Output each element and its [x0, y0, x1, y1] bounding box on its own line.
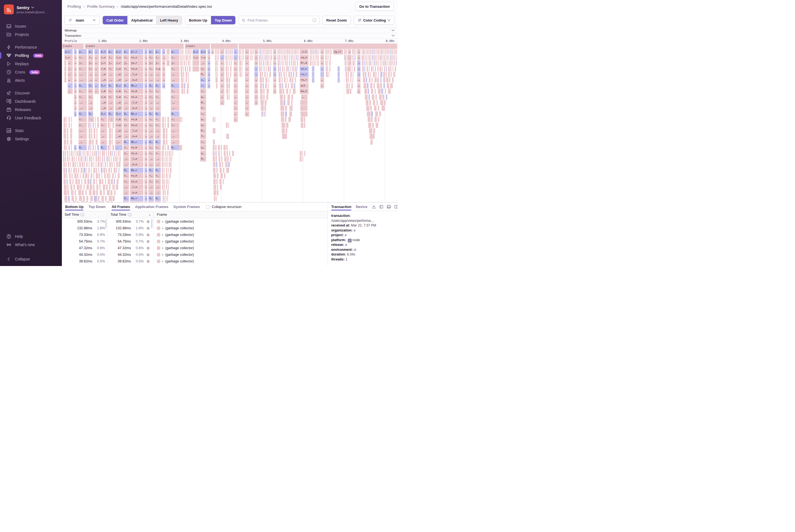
flame-frame[interactable]: O…	[155, 196, 161, 201]
flame-frame[interactable]: …	[245, 94, 249, 100]
flame-frame[interactable]	[325, 55, 326, 60]
flame-frame[interactable]: …	[74, 49, 77, 54]
flame-frame[interactable]	[289, 77, 292, 82]
frame-header[interactable]: Frame	[154, 213, 328, 216]
flame-frame[interactable]: O…>	[100, 111, 107, 117]
flame-frame[interactable]: ba…1	[300, 89, 308, 94]
flame-frame[interactable]	[372, 94, 374, 100]
flame-frame[interactable]	[389, 77, 390, 82]
flame-frame[interactable]	[81, 179, 82, 184]
flame-frame[interactable]	[291, 55, 292, 60]
flame-frame[interactable]	[266, 94, 268, 100]
gear-icon[interactable]: ⚙	[145, 240, 151, 244]
flame-frame[interactable]	[216, 168, 218, 173]
flame-frame[interactable]	[349, 55, 350, 60]
flame-frame[interactable]	[68, 196, 70, 201]
flame-frame[interactable]	[75, 196, 77, 201]
frame-cell[interactable]: ›(garbage collector)	[154, 218, 328, 225]
flame-frame[interactable]	[312, 66, 314, 72]
flame-frame[interactable]	[371, 89, 373, 94]
flame-frame[interactable]: _…	[155, 72, 161, 77]
flame-frame[interactable]	[231, 60, 232, 66]
flame-frame[interactable]	[228, 162, 230, 167]
flame-frame[interactable]: r…s	[64, 55, 73, 60]
flame-frame[interactable]	[265, 55, 266, 60]
flame-frame[interactable]: O…	[123, 139, 129, 145]
flame-frame[interactable]	[277, 49, 278, 54]
flame-frame[interactable]: …	[234, 60, 238, 66]
flame-frame[interactable]	[89, 162, 90, 167]
flame-frame[interactable]: …	[145, 66, 147, 72]
sidebar-item-crons[interactable]: Cronsbeta	[0, 68, 62, 76]
flame-frame[interactable]	[253, 49, 253, 54]
flame-frame[interactable]: r…	[155, 173, 161, 178]
flame-frame[interactable]	[165, 145, 166, 150]
flame-frame[interactable]: _e…e	[130, 77, 144, 82]
flame-frame[interactable]: O…	[148, 196, 154, 201]
flame-frame[interactable]	[377, 77, 379, 82]
flame-frame[interactable]	[93, 179, 95, 184]
flame-frame[interactable]: r…e	[115, 122, 122, 128]
flame-frame[interactable]	[215, 60, 216, 66]
flame-frame[interactable]	[396, 55, 397, 60]
flame-frame[interactable]	[190, 49, 191, 54]
flame-frame[interactable]	[286, 66, 287, 72]
flame-frame[interactable]	[283, 49, 284, 54]
gear-icon[interactable]: ⚙	[145, 246, 151, 250]
flame-frame[interactable]	[162, 179, 164, 184]
flame-frame[interactable]: …	[254, 49, 258, 54]
total-time-header[interactable]: Total Time ? ↓	[108, 211, 154, 218]
flame-frame[interactable]: …	[254, 55, 258, 60]
flame-frame[interactable]	[365, 72, 366, 77]
flame-frame[interactable]	[353, 72, 354, 77]
flame-frame[interactable]: (root)	[85, 44, 184, 49]
flame-frame[interactable]	[383, 49, 384, 54]
flame-frame[interactable]	[305, 100, 307, 105]
flame-frame[interactable]	[63, 151, 64, 156]
flame-frame[interactable]	[105, 196, 106, 201]
flame-frame[interactable]	[63, 168, 65, 173]
flame-frame[interactable]	[267, 89, 269, 94]
flame-frame[interactable]	[221, 156, 222, 162]
flame-frame[interactable]: …	[220, 60, 224, 66]
flame-frame[interactable]	[348, 77, 349, 82]
flame-frame[interactable]	[89, 151, 89, 156]
flame-frame[interactable]	[102, 156, 103, 162]
flame-frame[interactable]: …	[357, 49, 360, 54]
flame-frame[interactable]	[371, 66, 373, 72]
flame-frame[interactable]	[353, 60, 354, 66]
flame-frame[interactable]: O…	[123, 83, 129, 89]
flame-frame[interactable]: …	[207, 77, 210, 82]
flame-frame[interactable]: r…s	[200, 55, 206, 60]
flame-frame[interactable]: _…	[78, 100, 87, 105]
flame-frame[interactable]	[67, 134, 68, 139]
flame-frame[interactable]	[286, 49, 286, 54]
flame-frame[interactable]: …	[320, 49, 324, 54]
flame-frame[interactable]	[284, 94, 285, 100]
flame-frame[interactable]	[94, 151, 96, 156]
flame-frame[interactable]	[285, 111, 287, 117]
flame-frame[interactable]	[93, 122, 94, 128]
download-icon[interactable]	[372, 205, 376, 209]
flame-frame[interactable]	[64, 145, 65, 150]
reset-zoom-button[interactable]: Reset Zoom	[322, 16, 351, 24]
minimap-row[interactable]: Minimap	[62, 28, 398, 33]
flame-frame[interactable]: _…	[148, 72, 154, 77]
flame-frame[interactable]	[364, 49, 365, 54]
flame-frame[interactable]: _l…e	[130, 128, 144, 133]
flame-frame[interactable]	[268, 77, 270, 82]
flame-frame[interactable]	[163, 139, 166, 145]
flame-frame[interactable]	[380, 66, 381, 72]
flame-frame[interactable]	[118, 168, 119, 173]
flame-frame[interactable]	[349, 66, 351, 72]
flame-frame[interactable]	[370, 72, 371, 77]
flame-frame[interactable]	[181, 72, 183, 77]
table-row[interactable]: 73.33ms0.9%73.33ms0.9%⚙›(garbage collect…	[62, 231, 328, 238]
flame-frame[interactable]	[371, 60, 372, 66]
flame-frame[interactable]	[116, 151, 117, 156]
flame-frame[interactable]	[73, 151, 74, 156]
flame-frame[interactable]	[162, 117, 164, 122]
flame-frame[interactable]	[112, 151, 113, 156]
flame-frame[interactable]	[389, 55, 389, 60]
sidebar-item-issues[interactable]: Issues	[0, 22, 62, 31]
